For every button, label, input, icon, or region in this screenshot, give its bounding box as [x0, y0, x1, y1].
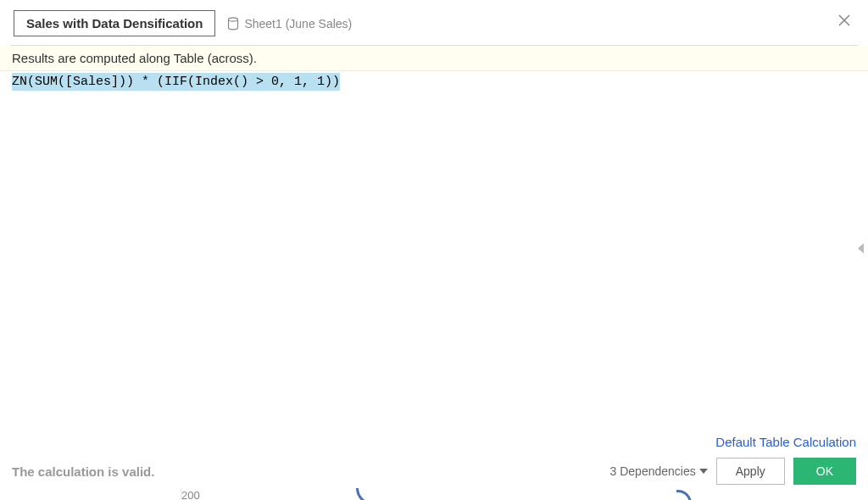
bg-line-segment	[676, 490, 692, 500]
datasource-name: Sheet1 (June Sales)	[244, 17, 352, 31]
formula-text-selection[interactable]: ZN(SUM([Sales])) * (IIF(Index() > 0, 1, …	[12, 73, 340, 91]
ok-button[interactable]: OK	[793, 458, 856, 485]
close-button[interactable]	[836, 12, 853, 29]
calculation-name-input[interactable]: Sales with Data Densification	[14, 10, 215, 36]
datasource-icon	[227, 17, 239, 31]
computation-info-banner: Results are computed along Table (across…	[0, 46, 868, 71]
svg-marker-4	[699, 469, 708, 474]
dialog-footer: Default Table Calculation The calculatio…	[0, 435, 868, 485]
collapse-arrow-icon[interactable]	[856, 242, 865, 258]
dependencies-label: 3 Dependencies	[610, 464, 696, 478]
bg-axis-divider	[12, 488, 181, 500]
bg-axis-tick: 200	[181, 489, 200, 500]
default-table-calculation-link[interactable]: Default Table Calculation	[12, 435, 856, 449]
svg-marker-3	[858, 243, 864, 253]
chevron-down-icon	[699, 469, 708, 474]
dialog-header: Sales with Data Densification Sheet1 (Ju…	[0, 0, 868, 45]
datasource-label: Sheet1 (June Sales)	[227, 17, 352, 31]
dependencies-dropdown[interactable]: 3 Dependencies	[610, 464, 708, 478]
svg-point-0	[229, 17, 238, 20]
background-chart-peek: 200	[0, 488, 868, 500]
validation-status: The calculation is valid.	[12, 464, 154, 479]
formula-editor[interactable]: ZN(SUM([Sales])) * (IIF(Index() > 0, 1, …	[0, 71, 868, 393]
apply-button[interactable]: Apply	[716, 458, 785, 485]
bg-line-segment	[356, 488, 381, 500]
